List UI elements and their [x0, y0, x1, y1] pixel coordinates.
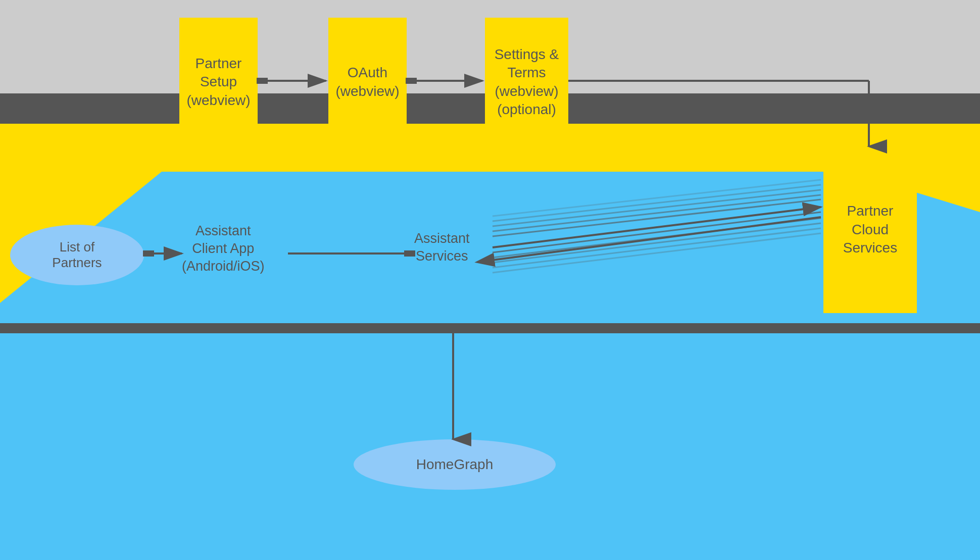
partner-cloud-services-label: Partner Cloud Services [843, 202, 897, 257]
settings-terms-box: Settings & Terms (webview) (optional) [485, 18, 568, 146]
oauth-box: OAuth (webview) [328, 18, 407, 146]
list-of-partners-label: List of Partners [52, 239, 102, 271]
partner-cloud-services-box: Partner Cloud Services [823, 146, 917, 313]
settings-terms-label: Settings & Terms (webview) (optional) [495, 45, 559, 119]
assistant-services-text: Assistant Services [414, 230, 470, 265]
assistant-client-app-text: Assistant Client App (Android/iOS) [182, 222, 265, 275]
oauth-label: OAuth (webview) [335, 64, 399, 100]
homegraph-label: HomeGraph [416, 456, 494, 473]
homegraph-oval: HomeGraph [354, 439, 556, 490]
partner-setup-box: Partner Setup (webview) [179, 18, 258, 146]
partner-setup-label: Partner Setup (webview) [186, 55, 250, 110]
list-of-partners-oval: List of Partners [10, 225, 144, 285]
